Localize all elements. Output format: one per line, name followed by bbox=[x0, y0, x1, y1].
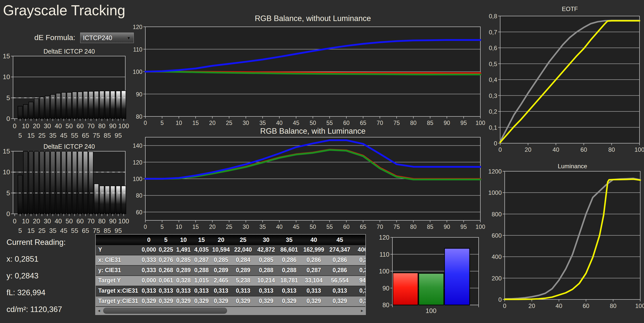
axis-tick-label: 120 bbox=[379, 234, 389, 241]
deltae-bar bbox=[89, 152, 93, 214]
table-cell: 0,288 bbox=[255, 266, 278, 275]
deltae-bar bbox=[122, 91, 126, 119]
axis-tick-label: 5 bbox=[18, 227, 22, 234]
table-cell: 0,329 bbox=[174, 296, 192, 306]
measurement-table-grid: 051015202530354045Y0,0000,2251,4914,0351… bbox=[96, 235, 365, 307]
scroll-right-arrow-icon[interactable]: ► bbox=[359, 307, 365, 314]
axis-tick-label: 90 bbox=[444, 224, 450, 230]
bar-group-label: 100 bbox=[425, 307, 436, 314]
chart-title: EOTF bbox=[562, 6, 578, 12]
table-row: Y0,0000,2251,4914,03510,59422,04042,8728… bbox=[96, 245, 365, 255]
axis-tick-label: 0,2 bbox=[489, 108, 497, 115]
table-cell: 0,313 bbox=[255, 286, 278, 296]
axis-tick-label: 100 bbox=[476, 224, 485, 230]
table-cell: 0,329 bbox=[157, 296, 174, 306]
axis-tick-label: 0 bbox=[7, 210, 10, 218]
table-cell: 0,268 bbox=[157, 266, 174, 275]
table-cell: 0,313 bbox=[157, 286, 174, 296]
axis-tick-label: 35 bbox=[49, 227, 56, 234]
table-cell: 0,3 bbox=[353, 296, 365, 306]
deltae-bar bbox=[94, 184, 99, 214]
de-formula-dropdown[interactable]: ICTCP240 ▼ bbox=[80, 33, 134, 43]
column-header bbox=[353, 235, 365, 245]
column-header bbox=[96, 235, 140, 245]
table-cell: 0,313 bbox=[192, 286, 210, 296]
axis-tick-label: 100 bbox=[118, 122, 129, 130]
scroll-left-arrow-icon[interactable]: ◄ bbox=[96, 307, 102, 314]
axis-tick-label: 0 bbox=[498, 146, 502, 153]
row-label: Target Y bbox=[96, 276, 140, 286]
red-level-bar bbox=[393, 273, 418, 305]
chart-title: DeltaE ICTCP 240 bbox=[43, 48, 95, 55]
axis-tick-label: 400 bbox=[492, 253, 502, 260]
axis-tick-label: 5 bbox=[18, 132, 22, 139]
table-cell: 0,285 bbox=[174, 255, 192, 265]
column-header: 35 bbox=[278, 235, 301, 245]
chart-title: DeltaE ICTCP 240 bbox=[43, 143, 95, 150]
deltae-bar bbox=[83, 91, 88, 119]
table-cell: 0,2 bbox=[353, 255, 365, 265]
table-cell: 0,000 bbox=[140, 276, 157, 286]
deltae-bar bbox=[23, 104, 28, 119]
blue-level-bar bbox=[445, 248, 470, 305]
table-scrollbar[interactable]: ◄ ► bbox=[96, 307, 365, 314]
axis-tick-label: 15 bbox=[3, 52, 10, 60]
table-cell: 1,491 bbox=[174, 245, 192, 255]
axis-tick-label: 85 bbox=[427, 224, 434, 230]
axis-tick-label: 10 bbox=[176, 224, 182, 230]
axis-tick-label: 55 bbox=[71, 132, 78, 139]
table-cell: 0,287 bbox=[192, 255, 210, 265]
axis-tick-label: 0 bbox=[13, 217, 16, 225]
row-label: x: CIE31 bbox=[96, 255, 140, 265]
table-row: Target Y0,0000,0610,3281,0152,4655,23810… bbox=[96, 276, 365, 286]
deltae-bar bbox=[45, 96, 50, 119]
table-cell: 162,999 bbox=[301, 245, 327, 255]
column-header: 0 bbox=[140, 235, 157, 245]
table-cell: 0,313 bbox=[174, 286, 192, 296]
scrollbar-thumb[interactable] bbox=[103, 308, 227, 314]
deltae-bottom-chart: 0510150102030405060708090100515253545556… bbox=[2, 142, 128, 235]
axis-tick-label: 0 bbox=[7, 115, 10, 122]
axis-tick-label: 70 bbox=[87, 122, 95, 130]
grayscale-tracking-screen: Grayscale Tracking dE Formula: ICTCP240 … bbox=[0, 0, 644, 323]
axis-tick-label: 90 bbox=[109, 122, 117, 130]
table-cell: 0,329 bbox=[278, 296, 301, 306]
table-cell: 42,872 bbox=[255, 245, 278, 255]
deltae-bar bbox=[111, 91, 115, 119]
table-cell: 86,601 bbox=[278, 245, 301, 255]
table-cell: 0,288 bbox=[278, 266, 301, 275]
table-cell: 0,3 bbox=[353, 286, 365, 296]
axis-tick-label: 25 bbox=[226, 224, 232, 230]
table-cell: 33,104 bbox=[301, 276, 327, 286]
table-row: Target x:CIE310,3130,3130,3130,3130,3130… bbox=[96, 286, 365, 296]
axis-tick-label: 120 bbox=[133, 159, 142, 166]
table-cell: 0,329 bbox=[232, 296, 255, 306]
axis-tick-label: 75 bbox=[93, 227, 100, 234]
chart-title: RGB Balance, without Luminance bbox=[255, 14, 371, 23]
axis-tick-label: 55 bbox=[327, 224, 333, 230]
table-cell: 0,276 bbox=[157, 255, 174, 265]
axis-tick-label: 20 bbox=[33, 122, 40, 130]
axis-tick-label: 800 bbox=[492, 211, 502, 218]
axis-tick-label: 65 bbox=[82, 227, 89, 234]
axis-tick-label: 120 bbox=[133, 24, 142, 30]
axis-tick-label: 60 bbox=[580, 146, 587, 153]
table-cell: 0,286 bbox=[327, 255, 353, 265]
axis-tick-label: 80 bbox=[410, 224, 417, 230]
table-cell: 0,333 bbox=[140, 266, 157, 275]
axis-tick-label: 30 bbox=[243, 224, 249, 230]
table-cell: 0,313 bbox=[232, 286, 255, 296]
axis-tick-label: 75 bbox=[93, 132, 100, 139]
axis-tick-label: 110 bbox=[133, 46, 142, 53]
axis-tick-label: 90 bbox=[109, 217, 117, 225]
deltae-bar bbox=[40, 151, 44, 214]
table-cell: 0,313 bbox=[278, 286, 301, 296]
column-header: 45 bbox=[327, 235, 353, 245]
axis-tick-label: 110 bbox=[379, 251, 389, 258]
axis-tick-label: 10 bbox=[22, 217, 29, 225]
table-cell: 10,594 bbox=[210, 245, 232, 255]
deltae-bar bbox=[78, 92, 82, 119]
column-header: 30 bbox=[255, 235, 278, 245]
axis-tick-label: 90 bbox=[136, 91, 142, 98]
axis-tick-label: 65 bbox=[82, 132, 89, 139]
